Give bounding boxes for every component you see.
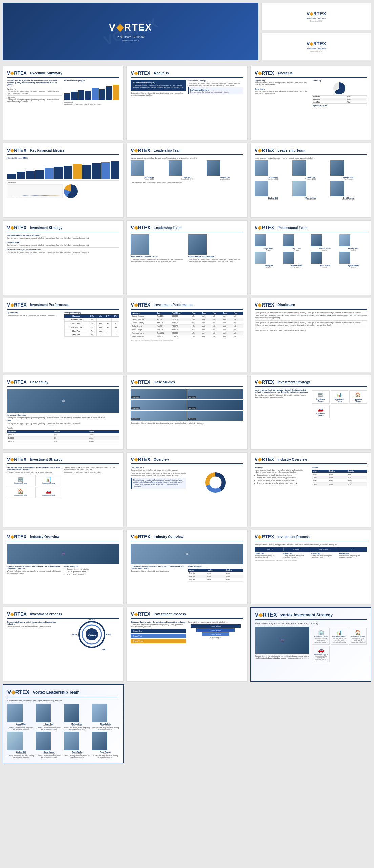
td: Active	[88, 437, 119, 440]
td: dolor	[347, 479, 367, 483]
theme-icon-3: 🏠	[351, 392, 365, 397]
td: ipsum	[225, 572, 243, 575]
case-label-5: New Street	[131, 418, 140, 420]
slide-investment-process-2: V◆RTEX Investment Process Opportunity Du…	[3, 607, 124, 682]
person-title-3: Vice President	[207, 178, 243, 180]
person-title-e: Vice President	[292, 199, 329, 201]
slide-title: Overview	[154, 458, 169, 461]
plan-body: Dummy text of the printing and typesetti…	[7, 422, 119, 425]
logo: V◆RTEX	[7, 147, 27, 153]
theme3-2: 📊 Investment Theme	[35, 475, 62, 486]
prof-3: Melissa Stuart Analyst	[311, 234, 338, 251]
ind-ov-body: Lorem ipsum is the standard dummy text o…	[7, 565, 62, 569]
td: Type title	[188, 578, 206, 582]
td: lorem	[312, 483, 327, 486]
prof-avatar-7	[311, 252, 322, 264]
vlt-title-7: Senior Analyst	[64, 753, 91, 755]
vlt-avatar-8	[92, 732, 107, 750]
th-p2: Prop.	[201, 312, 212, 315]
theme3-4: 🚗 Investment Theme	[35, 487, 62, 498]
strategy-title: Investment Strategy	[188, 80, 243, 82]
td: ipsum	[225, 578, 243, 582]
avatar-b	[292, 160, 306, 176]
vis-image: 🌆	[255, 627, 310, 654]
vlt-desc-2: David is a dummy text of the printing an…	[36, 727, 62, 730]
td: $35,000	[7, 440, 53, 443]
vis-theme-desc-3: Dummy text of the printing and typesetti…	[351, 638, 365, 643]
avatar-3	[207, 160, 220, 176]
price-action-label: Price action analysis for entry and exit	[7, 249, 119, 251]
person-card-b: David Turf President & CFO	[292, 160, 329, 180]
logo: V◆RTEX	[131, 457, 150, 462]
leadership-desc: Lorem ipsum is a dummy text of the print…	[131, 181, 243, 183]
td: 15%	[53, 440, 88, 443]
td: xx%	[222, 315, 233, 318]
slide-title: About Us	[154, 71, 169, 75]
design-label: DESIGN	[105, 633, 111, 635]
td: xx%	[201, 315, 212, 318]
identify-label: Identify potential portfolio candidates	[7, 234, 119, 236]
vlt-grid: Jacob Miller Founder & CEO Jacob is a du…	[7, 704, 119, 730]
td-cat: Ultra Short Yield	[64, 326, 88, 329]
stage-boxes: Stage One Stage Two Stage Three	[131, 629, 186, 643]
bullet-1: Lorem ipsum is simply the industry dummy	[257, 474, 310, 476]
exec-opp-body: Dummy text of the printing and typesetti…	[64, 103, 120, 105]
theme3-label-2: Investment Theme	[37, 482, 61, 484]
th: Investment	[7, 430, 53, 433]
ownership-table: About TitleValue About TitleValue About …	[312, 95, 367, 104]
vis-theme-desc-4: Dummy text of the printing and typesetti…	[314, 655, 328, 660]
proc-col-2-title: Subtitle Here	[283, 553, 310, 555]
proc-col-2: Subtitle Here Dummy text of the printing…	[283, 553, 310, 558]
john-name: John Samuel, Founder & CEO	[131, 256, 186, 258]
summary-body: Dummy text of the printing and typesetti…	[7, 417, 119, 419]
td: Apr 2021	[156, 318, 172, 321]
identify-body: Dummy text of the printing and typesetti…	[7, 237, 119, 239]
slide-industry-overview-2: V◆RTEX Industry Overview 🌆 Lorem ipsum i…	[3, 530, 124, 604]
case-label-2: New Street	[188, 396, 196, 398]
prof-avatar-3	[311, 234, 322, 246]
slide-title: Investment Strategy	[277, 380, 310, 384]
td: ipsum	[225, 575, 243, 578]
table-row: Type titleloremipsum	[188, 572, 243, 575]
avatar-a	[255, 160, 268, 176]
theme3-label-4: Investment Theme	[37, 495, 61, 496]
vlt-desc-8: Arjun is a dummy text of the printing an…	[92, 755, 119, 758]
prof-title-1: Analyst	[255, 249, 282, 251]
vis-icon-3: 🏠	[351, 630, 365, 635]
table-cell: Value	[346, 96, 367, 98]
logo: V◆RTEX	[131, 302, 150, 308]
case-study-image: 🏙	[7, 389, 119, 413]
logo-accent: ◆	[116, 22, 124, 33]
td-val: Yes	[88, 326, 97, 329]
table-cell: Value	[346, 98, 367, 101]
process-body: Dummy text of the printing and typesetti…	[255, 544, 367, 546]
exec-perf-label: Performance Highlights	[64, 80, 120, 82]
strat3-themes: 🏢 Investment Theme 📊 Investment Theme 🏠 …	[7, 475, 62, 498]
td: lorem	[206, 572, 225, 575]
theme3-label-3: Investment Theme	[9, 495, 33, 496]
th-3yr: 3 Yr	[111, 314, 119, 318]
small-cover-1: V◆RTEX Pitch Book Template December 2017	[261, 3, 371, 30]
table-row: Vortex WaterfrontNov 2021$52,000xx%xx%xx…	[131, 335, 243, 338]
td: xx%	[233, 315, 243, 318]
th: Headline	[328, 470, 347, 473]
slide-title: Investment Strategy	[30, 226, 63, 230]
th-2yr: 2 Yr	[104, 314, 111, 318]
td-val: –	[111, 329, 119, 333]
ip3-desc: Dummy text of the printing and typesetti…	[131, 624, 186, 628]
vlt-avatar-6	[36, 732, 51, 750]
th-1yr: 1 Yr	[97, 314, 104, 318]
overview-highlight-text: There are many variations of passages of…	[133, 479, 185, 487]
cover-title: Pitch Book Template	[117, 35, 145, 38]
table-note: Note: There are many variations of passa…	[131, 339, 243, 341]
stage-3: Stage Three	[131, 639, 186, 643]
td: $38,000	[171, 332, 191, 335]
logo: V◆RTEX	[7, 70, 27, 76]
vlt-title-2: President & CFO	[36, 725, 62, 727]
prof-title-5: Analyst	[255, 267, 282, 268]
small-covers: V◆RTEX Pitch Book Template December 2017…	[261, 3, 371, 60]
win-label: WIN	[102, 649, 105, 651]
theme-label-1: Investment Theme	[313, 398, 328, 402]
slide-title: Investment Process	[277, 535, 310, 539]
slide-case-studies: V◆RTEX Case Studies New Street New Stree…	[126, 375, 247, 450]
